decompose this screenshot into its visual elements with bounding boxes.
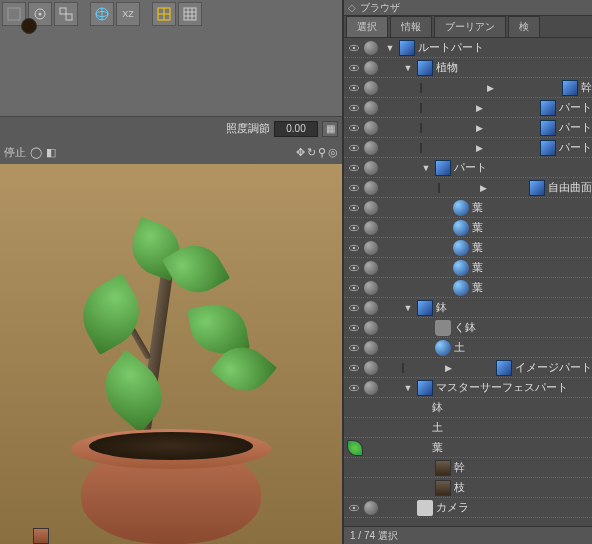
tree-item-label[interactable]: 葉: [472, 240, 483, 255]
tree-item-label[interactable]: パート: [454, 160, 487, 175]
visibility-toggle[interactable]: [346, 160, 362, 176]
visibility-toggle[interactable]: [346, 220, 362, 236]
tree-row[interactable]: 葉: [344, 278, 592, 298]
tree-row[interactable]: マスターサーフェスパート: [344, 378, 592, 398]
tree-item-label[interactable]: パート: [559, 100, 592, 115]
tree-item-label[interactable]: イメージパート: [515, 360, 592, 375]
render-toggle[interactable]: [364, 361, 378, 375]
tree-item-label[interactable]: マスターサーフェスパート: [436, 380, 568, 395]
tree-row[interactable]: く鉢: [344, 318, 592, 338]
expand-arrow[interactable]: [402, 363, 493, 373]
render-toggle[interactable]: [364, 501, 378, 515]
render-toggle[interactable]: [364, 181, 378, 195]
tree-row[interactable]: 自由曲面: [344, 178, 592, 198]
render-toggle[interactable]: [364, 201, 378, 215]
tree-item-label[interactable]: 鉢: [432, 400, 443, 415]
expand-arrow[interactable]: [402, 383, 414, 393]
tab-1[interactable]: 情報: [390, 16, 432, 38]
fit-icon[interactable]: ◎: [328, 146, 338, 159]
tree-item-label[interactable]: 土: [432, 420, 443, 435]
tree-row[interactable]: 土: [344, 418, 592, 438]
xz-icon[interactable]: XZ: [116, 2, 140, 26]
tree-row[interactable]: 葉: [344, 238, 592, 258]
tab-3[interactable]: 検: [508, 16, 540, 38]
tree-item-label[interactable]: 枝: [454, 480, 465, 495]
render-toggle[interactable]: [364, 61, 378, 75]
visibility-toggle[interactable]: [346, 380, 362, 396]
tree-row[interactable]: カメラ: [344, 498, 592, 518]
visibility-toggle[interactable]: [346, 40, 362, 56]
render-toggle[interactable]: [364, 121, 378, 135]
tree-item-label[interactable]: 葉: [472, 200, 483, 215]
render-toggle[interactable]: [364, 281, 378, 295]
visibility-toggle[interactable]: [346, 100, 362, 116]
tree-row[interactable]: パート: [344, 158, 592, 178]
grid-icon[interactable]: [178, 2, 202, 26]
move-icon[interactable]: ✥: [296, 146, 305, 159]
visibility-toggle[interactable]: [346, 420, 362, 436]
render-toggle[interactable]: [364, 321, 378, 335]
expand-arrow[interactable]: [420, 123, 537, 133]
render-toggle[interactable]: [364, 241, 378, 255]
tree-item-label[interactable]: 植物: [436, 60, 458, 75]
visibility-toggle[interactable]: [346, 240, 362, 256]
menu-icon[interactable]: ▦: [322, 121, 338, 137]
render-toggle[interactable]: [364, 161, 378, 175]
expand-arrow[interactable]: [420, 163, 432, 173]
render-toggle[interactable]: [364, 41, 378, 55]
zoom-icon[interactable]: ⚲: [318, 146, 326, 159]
visibility-toggle[interactable]: [346, 200, 362, 216]
rotate-icon[interactable]: ↻: [307, 146, 316, 159]
circle-icon[interactable]: ◯: [30, 146, 42, 159]
visibility-toggle[interactable]: [346, 500, 362, 516]
globe-icon[interactable]: [90, 2, 114, 26]
stop-button[interactable]: 停止: [4, 145, 26, 160]
render-toggle[interactable]: [364, 141, 378, 155]
viewport-3d[interactable]: [0, 164, 342, 544]
brightness-value[interactable]: 0.00: [274, 121, 318, 137]
visibility-toggle[interactable]: [346, 480, 362, 496]
tree-row[interactable]: イメージパート: [344, 358, 592, 378]
tree-row[interactable]: パート: [344, 138, 592, 158]
tree-row[interactable]: パート: [344, 98, 592, 118]
tree-item-label[interactable]: 葉: [432, 440, 443, 455]
tree-row[interactable]: パート: [344, 118, 592, 138]
tab-0[interactable]: 選択: [346, 16, 388, 38]
expand-arrow[interactable]: [420, 103, 537, 113]
expand-arrow[interactable]: [384, 43, 396, 53]
tree-item-label[interactable]: パート: [559, 140, 592, 155]
tree-item-label[interactable]: 鉢: [436, 300, 447, 315]
visibility-toggle[interactable]: [346, 260, 362, 276]
visibility-toggle[interactable]: [346, 180, 362, 196]
tree-row[interactable]: 葉: [344, 438, 592, 458]
visibility-toggle[interactable]: [346, 280, 362, 296]
tree-row[interactable]: 幹: [344, 458, 592, 478]
visibility-toggle[interactable]: [346, 60, 362, 76]
visibility-toggle[interactable]: [346, 320, 362, 336]
tree-row[interactable]: ルートパート: [344, 38, 592, 58]
tree-item-label[interactable]: 土: [454, 340, 465, 355]
visibility-toggle[interactable]: [346, 360, 362, 376]
visibility-toggle[interactable]: [346, 140, 362, 156]
tree-row[interactable]: 葉: [344, 258, 592, 278]
tool-button-3[interactable]: [54, 2, 78, 26]
tab-2[interactable]: ブーリアン: [434, 16, 506, 38]
visibility-toggle[interactable]: [346, 300, 362, 316]
render-toggle[interactable]: [364, 301, 378, 315]
visibility-toggle[interactable]: [346, 400, 362, 416]
tree-row[interactable]: 植物: [344, 58, 592, 78]
visibility-toggle[interactable]: [346, 340, 362, 356]
expand-arrow[interactable]: [402, 63, 414, 73]
expand-arrow[interactable]: [420, 83, 559, 93]
render-toggle[interactable]: [364, 341, 378, 355]
visibility-toggle[interactable]: [346, 80, 362, 96]
cube-icon[interactable]: ◧: [46, 146, 56, 159]
render-toggle[interactable]: [364, 381, 378, 395]
tree-row[interactable]: 土: [344, 338, 592, 358]
tree-item-label[interactable]: 葉: [472, 220, 483, 235]
tree-row[interactable]: 幹: [344, 78, 592, 98]
visibility-toggle[interactable]: [346, 460, 362, 476]
tree-item-label[interactable]: 幹: [581, 80, 592, 95]
tree-item-label[interactable]: 葉: [472, 280, 483, 295]
tree-item-label[interactable]: パート: [559, 120, 592, 135]
